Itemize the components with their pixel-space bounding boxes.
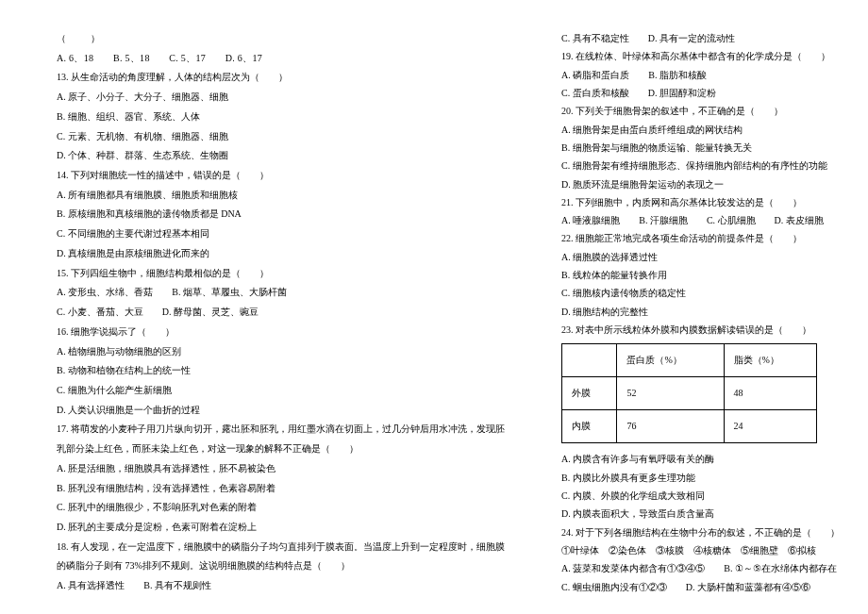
q23-opt-d: D. 内膜表面积大，导致蛋白质含量高: [561, 504, 840, 522]
q22-opt-a: A. 细胞膜的选择透过性: [561, 247, 840, 265]
q23-opt-b: B. 内膜比外膜具有更多生理功能: [561, 468, 840, 486]
q17-opt-d: D. 胚乳的主要成分是淀粉，色素可附着在淀粉上: [57, 517, 505, 537]
q24-opt-cd: C. 蛔虫细胞内没有①②③ D. 大肠杆菌和蓝藻都有④⑤⑥: [561, 577, 840, 595]
td-inner-label: 内膜: [562, 410, 617, 443]
q20-opt-a: A. 细胞骨架是由蛋白质纤维组成的网状结构: [561, 120, 840, 138]
q17-line2: 乳部分染上红色，而胚未染上红色，对这一现象的解释不正确是（ ）: [57, 439, 505, 458]
td-inner-lipid: 24: [724, 410, 817, 443]
q14-opt-b: B. 原核细胞和真核细胞的遗传物质都是 DNA: [57, 204, 505, 224]
q16: 16. 细胞学说揭示了（ ）: [57, 322, 505, 341]
q20: 20. 下列关于细胞骨架的叙述中，不正确的是（ ）: [561, 101, 840, 119]
q14: 14. 下列对细胞统一性的描述中，错误的是（ ）: [57, 165, 505, 185]
q18-opt-ab: A. 具有选择透性 B. 具有不规则性: [57, 575, 505, 595]
q15-opt-cd: C. 小麦、番茄、大豆 D. 酵母菌、灵芝、豌豆: [57, 302, 505, 322]
q21: 21. 下列细胞中，内质网和高尔基体比较发达的是（ ）: [561, 192, 840, 210]
q16-opt-d: D. 人类认识细胞是一个曲折的过程: [57, 400, 505, 420]
table-header-row: 蛋白质（%） 脂类（%）: [562, 344, 817, 377]
q22-opt-b: B. 线粒体的能量转换作用: [561, 265, 840, 283]
q13-opt-b: B. 细胞、组织、器官、系统、人体: [57, 107, 505, 126]
th-protein: 蛋白质（%）: [617, 344, 724, 377]
q15: 15. 下列四组生物中，细胞结构最相似的是（ ）: [57, 263, 505, 283]
q22: 22. 细胞能正常地完成各项生命活动的前提条件是（ ）: [561, 228, 840, 246]
q12-options: A. 6、18 B. 5、18 C. 5、17 D. 6、17: [57, 48, 505, 68]
table-row-inner: 内膜 76 24: [562, 410, 817, 443]
q13-opt-c: C. 元素、无机物、有机物、细胞器、细胞: [57, 126, 505, 146]
th-lipid: 脂类（%）: [724, 344, 817, 377]
q23: 23. 对表中所示线粒体外膜和内膜数据解读错误的是（ ）: [561, 320, 840, 338]
q24-opt-ab: A. 菠菜和发菜体内都含有①③④⑤ B. ①～⑤在水绵体内都存在: [561, 558, 840, 576]
q13-opt-d: D. 个体、种群、群落、生态系统、生物圈: [57, 145, 505, 165]
table-row-outer: 外膜 52 48: [562, 377, 817, 410]
q16-opt-c: C. 细胞为什么能产生新细胞: [57, 380, 505, 400]
q16-opt-b: B. 动物和植物在结构上的统一性: [57, 360, 505, 380]
q14-opt-d: D. 真核细胞是由原核细胞进化而来的: [57, 243, 505, 263]
q21-opts: A. 唾液腺细胞 B. 汗腺细胞 C. 心肌细胞 D. 表皮细胞: [561, 210, 840, 228]
q20-opt-c: C. 细胞骨架有维持细胞形态、保持细胞内部结构的有序性的功能: [561, 156, 840, 174]
q13-opt-a: A. 原子、小分子、大分子、细胞器、细胞: [57, 87, 505, 107]
q22-opt-c: C. 细胞核内遗传物质的稳定性: [561, 283, 840, 301]
td-outer-protein: 52: [617, 377, 724, 410]
q15-opt-ab: A. 变形虫、水绵、香菇 B. 烟草、草履虫、大肠杆菌: [57, 282, 505, 302]
q23-opt-c: C. 内膜、外膜的化学组成大致相同: [561, 486, 840, 504]
q23-table: 蛋白质（%） 脂类（%） 外膜 52 48 内膜 76 24: [561, 343, 817, 443]
td-outer-lipid: 48: [724, 377, 817, 410]
q17-opt-b: B. 胚乳没有细胞结构，没有选择透性，色素容易附着: [57, 478, 505, 498]
q18-opt-cd: C. 具有不稳定性 D. 具有一定的流动性: [561, 28, 840, 46]
q18-line1: 18. 有人发现，在一定温度下，细胞膜中的磷脂分子均匀直排列于膜表面。当温度上升…: [57, 537, 505, 556]
td-outer-label: 外膜: [562, 377, 617, 410]
q17-line1: 17. 将萌发的小麦种子用刀片纵向切开，露出胚和胚乳，用红墨水滴在切面上，过几分…: [57, 419, 505, 439]
td-inner-protein: 76: [617, 410, 724, 443]
q14-opt-c: C. 不同细胞的主要代谢过程基本相同: [57, 224, 505, 243]
q20-opt-b: B. 细胞骨架与细胞的物质运输、能量转换无关: [561, 138, 840, 156]
q19: 19. 在线粒体、叶绿体和高尔基体中都含有的化学成分是（ ）: [561, 46, 840, 64]
th-blank: [562, 344, 617, 377]
q19-opt-ab: A. 磷脂和蛋白质 B. 脂肪和核酸: [561, 65, 840, 83]
q18-line2: 的磷脂分子则有 73%排列不规则。这说明细胞膜的结构特点是（ ）: [57, 556, 505, 575]
q20-opt-d: D. 胞质环流是细胞骨架运动的表现之一: [561, 174, 840, 192]
q19-opt-cd: C. 蛋白质和核酸 D. 胆固醇和淀粉: [561, 83, 840, 101]
q17-opt-a: A. 胚是活细胞，细胞膜具有选择透性，胚不易被染色: [57, 458, 505, 478]
blank-paren: （ ）: [57, 28, 505, 48]
q16-opt-a: A. 植物细胞与动物细胞的区别: [57, 341, 505, 361]
q13: 13. 从生命活动的角度理解，人体的结构层次为（ ）: [57, 67, 505, 87]
right-column: C. 具有不稳定性 D. 具有一定的流动性 19. 在线粒体、叶绿体和高尔基体中…: [533, 28, 840, 595]
q14-opt-a: A. 所有细胞都具有细胞膜、细胞质和细胞核: [57, 185, 505, 205]
q22-opt-d: D. 细胞结构的完整性: [561, 302, 840, 320]
q24: 24. 对于下列各细胞结构在生物中分布的叙述，不正确的是（ ）: [561, 523, 840, 540]
q24-items: ①叶绿体 ②染色体 ③核膜 ④核糖体 ⑤细胞壁 ⑥拟核: [561, 540, 840, 558]
q23-opt-a: A. 内膜含有许多与有氧呼吸有关的酶: [561, 449, 840, 467]
q17-opt-c: C. 胚乳中的细胞很少，不影响胚乳对色素的附着: [57, 497, 505, 517]
left-column: （ ） A. 6、18 B. 5、18 C. 5、17 D. 6、17 13. …: [57, 28, 533, 595]
